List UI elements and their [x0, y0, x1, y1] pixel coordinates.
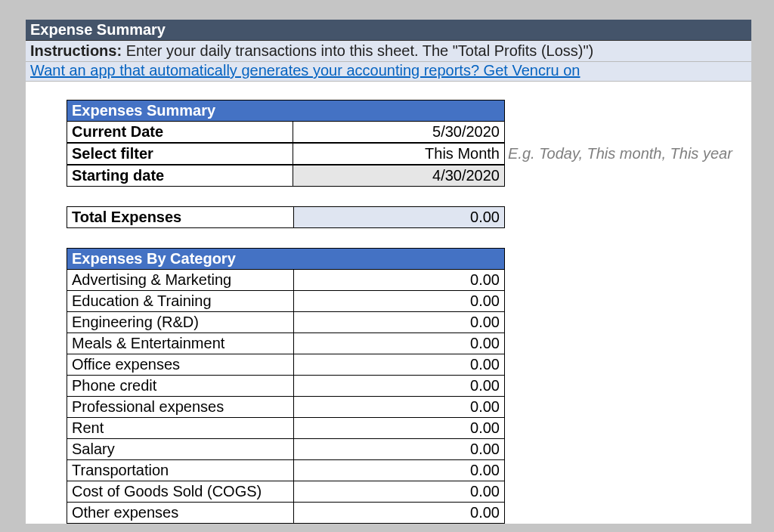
category-value: 0.00 [293, 333, 504, 354]
category-value: 0.00 [293, 503, 504, 524]
category-label: Cost of Goods Sold (COGS) [67, 481, 294, 503]
category-value: 0.00 [293, 397, 504, 418]
summary-row-value[interactable]: 4/30/2020 [293, 165, 505, 187]
total-expenses-table: Total Expenses 0.00 [67, 206, 505, 228]
summary-row-value[interactable]: 5/30/2020 [293, 122, 505, 143]
category-value: 0.00 [293, 354, 504, 376]
total-label: Total Expenses [67, 207, 294, 228]
category-label: Office expenses [67, 354, 294, 376]
category-label: Engineering (R&D) [67, 312, 294, 333]
summary-row-label: Select filter [67, 144, 293, 165]
expenses-summary-table: Expenses Summary Current Date 5/30/2020 [67, 100, 505, 143]
instructions-label: Instructions: [30, 42, 122, 59]
body-area: Expenses Summary Current Date 5/30/2020 … [26, 82, 751, 524]
total-value: 0.00 [293, 207, 504, 228]
spreadsheet-sheet: Expense Summary Instructions: Enter your… [26, 20, 751, 524]
category-value: 0.00 [293, 270, 504, 291]
vencru-link[interactable]: Want an app that automatically generates… [30, 62, 580, 79]
category-label: Phone credit [67, 376, 294, 397]
category-value: 0.00 [293, 418, 504, 439]
category-value: 0.00 [293, 460, 504, 481]
promo-link-row: Want an app that automatically generates… [26, 62, 751, 82]
summary-row-label: Starting date [67, 165, 293, 187]
summary-row-label: Current Date [67, 122, 293, 143]
expenses-summary-table: Select filter This Month [67, 143, 505, 165]
category-value: 0.00 [293, 439, 504, 460]
category-label: Meals & Entertainment [67, 333, 294, 354]
summary-header: Expenses Summary [67, 101, 505, 122]
summary-row-value[interactable]: This Month [293, 144, 505, 165]
expenses-summary-table: Starting date 4/30/2020 [67, 165, 505, 187]
expenses-by-category-table: Expenses By Category Advertising & Marke… [67, 248, 505, 524]
category-value: 0.00 [293, 481, 504, 503]
category-label: Education & Training [67, 291, 294, 312]
categories-header: Expenses By Category [67, 249, 505, 270]
category-label: Transportation [67, 460, 294, 481]
category-label: Professional expenses [67, 397, 294, 418]
instructions-text: Enter your daily transactions into this … [122, 42, 593, 59]
category-value: 0.00 [293, 376, 504, 397]
filter-hint: E.g. Today, This month, This year [508, 145, 732, 162]
category-label: Rent [67, 418, 294, 439]
category-label: Advertising & Marketing [67, 270, 294, 291]
category-value: 0.00 [293, 312, 504, 333]
category-label: Salary [67, 439, 294, 460]
page-title: Expense Summary [26, 20, 751, 41]
category-label: Other expenses [67, 503, 294, 524]
instructions-row: Instructions: Enter your daily transacti… [26, 41, 751, 62]
category-value: 0.00 [293, 291, 504, 312]
